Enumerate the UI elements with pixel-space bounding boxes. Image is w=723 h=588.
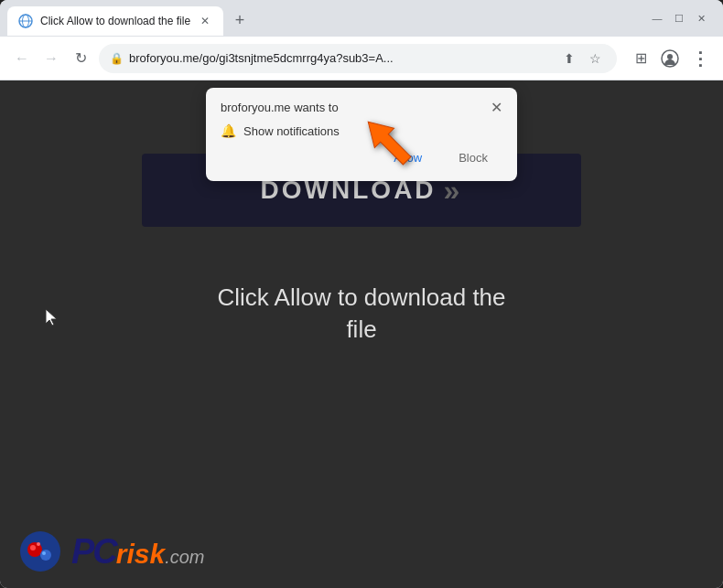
chrome-window: Click Allow to download the file ✕ + — ☐…	[0, 0, 723, 588]
svg-point-10	[40, 550, 51, 561]
address-bar-row: ← → ↻ 🔒 broforyou.me/go/gi3tsnjtme5dcmrr…	[0, 37, 723, 80]
mouse-cursor	[44, 307, 60, 332]
popup-close-button[interactable]: ✕	[491, 99, 502, 116]
refresh-button[interactable]: ↻	[70, 48, 92, 69]
logo-icon	[18, 529, 62, 573]
minimize-button[interactable]: —	[650, 11, 664, 26]
svg-point-8	[30, 545, 36, 551]
show-notifications-label: Show notifications	[243, 124, 340, 138]
page-content: Found broforyou.me wants to ✕ 🔔 Show not…	[0, 80, 723, 588]
logo-text-group: PC risk .com	[71, 532, 205, 572]
toolbar-actions: ⊞ ⋮	[628, 46, 712, 71]
active-tab[interactable]: Click Allow to download the file ✕	[7, 6, 223, 36]
main-message: Click Allow to download the file	[206, 282, 517, 346]
url-text: broforyou.me/go/gi3tsnjtme5dcmrrg4ya?sub…	[129, 51, 553, 65]
forward-button[interactable]: →	[40, 48, 62, 69]
tab-close-button[interactable]: ✕	[198, 14, 212, 28]
block-button[interactable]: Block	[444, 145, 502, 170]
more-button[interactable]: ⋮	[686, 46, 712, 71]
maximize-button[interactable]: ☐	[672, 11, 686, 26]
logo-risk-text: risk	[116, 539, 165, 570]
logo-area: PC risk .com	[18, 529, 205, 573]
share-address-button[interactable]: ⬆	[558, 48, 580, 69]
logo-dotcom-text: .com	[165, 547, 204, 568]
profile-button[interactable]	[657, 46, 683, 71]
new-tab-button[interactable]: +	[227, 7, 253, 33]
svg-marker-5	[359, 112, 417, 171]
close-button[interactable]: ✕	[694, 11, 708, 26]
popup-site-text: broforyou.me wants to	[221, 101, 339, 114]
bell-icon: 🔔	[221, 123, 236, 138]
svg-point-4	[667, 54, 673, 59]
tab-favicon	[18, 14, 33, 28]
tab-bar: Click Allow to download the file ✕ + — ☐…	[0, 0, 723, 37]
window-controls: — ☐ ✕	[650, 11, 716, 26]
back-button[interactable]: ←	[11, 48, 33, 69]
tab-title: Click Allow to download the file	[40, 15, 190, 27]
lock-icon: 🔒	[110, 52, 124, 65]
extensions-button[interactable]: ⊞	[628, 46, 653, 71]
address-field[interactable]: 🔒 broforyou.me/go/gi3tsnjtme5dcmrrg4ya?s…	[99, 44, 617, 73]
svg-point-11	[42, 551, 46, 555]
svg-point-9	[37, 542, 40, 546]
orange-arrow-indicator	[354, 108, 427, 181]
bookmark-button[interactable]: ☆	[584, 48, 606, 69]
address-actions: ⬆ ☆	[558, 48, 606, 69]
logo-pc-text: PC	[71, 532, 116, 572]
